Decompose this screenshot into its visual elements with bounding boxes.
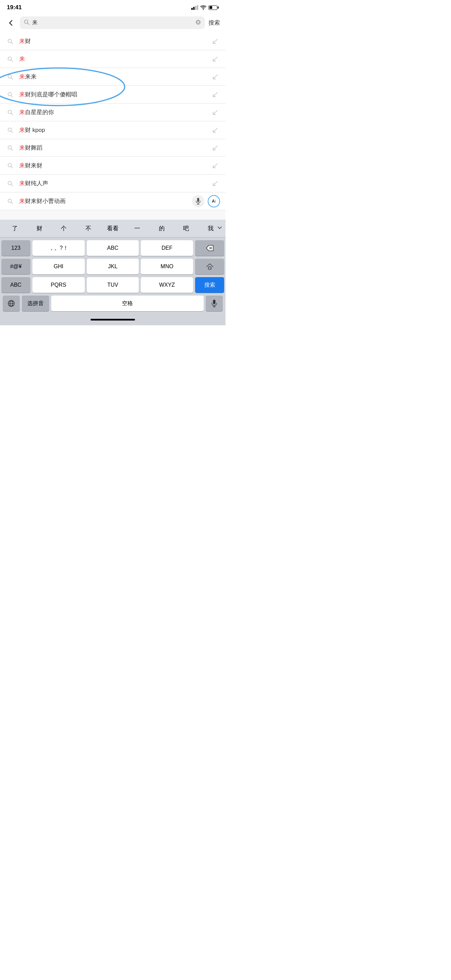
list-item[interactable]: 来财到底是哪个傻帽唱: [0, 86, 226, 103]
backspace-icon: [206, 245, 214, 251]
kbd-suggestion[interactable]: 看看: [100, 222, 125, 235]
search-icon: [5, 72, 15, 82]
search-icon: [5, 90, 15, 99]
key-mno[interactable]: MNO: [141, 259, 193, 274]
key-123[interactable]: 123: [2, 240, 30, 256]
kbd-suggestion[interactable]: 吧: [174, 222, 199, 235]
svg-line-29: [11, 149, 13, 150]
home-bar: [91, 319, 135, 320]
autofill-arrow[interactable]: [210, 108, 220, 117]
key-wxyz[interactable]: WXYZ: [141, 277, 193, 293]
autofill-arrow[interactable]: [210, 90, 220, 99]
suggestion-text: 来来来: [19, 73, 210, 81]
svg-line-14: [213, 57, 217, 61]
key-label: GHI: [54, 264, 63, 270]
key-tuv[interactable]: TUV: [87, 277, 139, 293]
kbd-suggestion[interactable]: 一: [125, 222, 150, 235]
key-label: PQRS: [51, 282, 66, 288]
svg-line-17: [213, 75, 217, 79]
svg-rect-44: [208, 267, 211, 269]
search-header: 来 搜索: [0, 14, 226, 32]
svg-line-30: [213, 146, 217, 150]
autofill-arrow[interactable]: [210, 143, 220, 153]
search-icon: [5, 54, 15, 64]
key-label: MNO: [160, 264, 173, 270]
search-button[interactable]: 搜索: [208, 19, 220, 27]
keyboard-row-3: ABC PQRS TUV WXYZ 搜索: [2, 277, 224, 293]
kbd-suggestion[interactable]: 了: [3, 222, 27, 235]
suggestion-text: 来财舞蹈: [19, 144, 210, 152]
wifi-icon: [200, 5, 206, 10]
list-item[interactable]: 来自星星的你: [0, 103, 226, 121]
key-punctuation[interactable]: ，。?！: [32, 240, 85, 256]
key-space[interactable]: 空格: [51, 296, 203, 311]
list-item[interactable]: 来财来财: [0, 157, 226, 175]
ai-button[interactable]: Ai: [208, 195, 220, 207]
autofill-arrow[interactable]: [210, 179, 220, 188]
home-indicator: [0, 315, 226, 325]
key-ghi[interactable]: GHI: [32, 259, 85, 274]
key-pinyin[interactable]: 选拼音: [22, 296, 49, 311]
key-abc-switch[interactable]: ABC: [2, 277, 30, 293]
svg-line-16: [11, 78, 13, 79]
search-input[interactable]: 来: [32, 19, 193, 26]
key-def[interactable]: DEF: [141, 240, 193, 256]
kbd-suggestion[interactable]: 财: [27, 222, 52, 235]
key-shift[interactable]: [195, 259, 224, 274]
list-item[interactable]: 来来来: [0, 68, 226, 86]
key-label: ABC: [107, 245, 119, 251]
search-icon: [5, 126, 15, 135]
key-delete[interactable]: [195, 240, 224, 256]
svg-rect-1: [194, 7, 195, 10]
autofill-arrow[interactable]: [210, 72, 220, 82]
autofill-arrow[interactable]: [210, 37, 220, 46]
svg-line-32: [11, 166, 13, 168]
autofill-arrow[interactable]: [210, 54, 220, 64]
key-symbols[interactable]: #@¥: [2, 259, 30, 274]
key-search[interactable]: 搜索: [195, 277, 224, 293]
clear-button[interactable]: [195, 19, 201, 26]
list-item[interactable]: 来财 kpop: [0, 121, 226, 139]
svg-line-24: [213, 110, 217, 115]
kbd-suggestion[interactable]: 不: [76, 222, 101, 235]
kbd-suggestion[interactable]: 的: [149, 222, 174, 235]
svg-rect-50: [213, 300, 216, 304]
autofill-arrow[interactable]: [210, 161, 220, 170]
key-label: JKL: [108, 264, 118, 270]
list-item[interactable]: 来: [0, 50, 226, 68]
search-icon: [24, 19, 29, 26]
search-input-wrapper[interactable]: 来: [20, 16, 205, 29]
svg-line-26: [11, 131, 13, 132]
kbd-suggestion[interactable]: 个: [52, 222, 76, 235]
key-jkl[interactable]: JKL: [87, 259, 139, 274]
voice-button[interactable]: [192, 195, 204, 207]
svg-line-33: [213, 164, 217, 168]
keyboard-area: 了 财 个 不 看看 一 的 吧 我 123 ，。?！ ABC DEF: [0, 220, 226, 325]
signal-icon: [191, 5, 198, 10]
svg-line-38: [11, 202, 13, 204]
search-icon: [5, 108, 15, 117]
search-icon: [5, 143, 15, 153]
key-abc[interactable]: ABC: [87, 240, 139, 256]
list-item[interactable]: 来财: [0, 32, 226, 50]
svg-line-5: [28, 23, 29, 25]
suggestion-list: 来财 来 来来来: [0, 32, 226, 210]
key-microphone[interactable]: [206, 296, 223, 311]
list-item[interactable]: 来财纯人声: [0, 175, 226, 192]
suggestion-text: 来: [19, 55, 210, 63]
keyboard-row-2: #@¥ GHI JKL MNO: [2, 259, 224, 274]
key-pqrs[interactable]: PQRS: [32, 277, 85, 293]
list-item[interactable]: 来财舞蹈: [0, 139, 226, 157]
back-button[interactable]: [5, 18, 16, 29]
autofill-arrow[interactable]: [210, 126, 220, 135]
key-label: WXYZ: [159, 282, 175, 288]
status-icons: [191, 5, 219, 10]
keyboard-row-4: 选拼音 空格: [2, 296, 224, 314]
svg-line-35: [11, 184, 13, 186]
keyboard-gap: [0, 210, 226, 220]
search-icon: [5, 196, 15, 206]
key-globe[interactable]: [3, 296, 20, 311]
expand-suggestions-button[interactable]: [217, 224, 223, 232]
list-item[interactable]: 来财来财小曹动画 Ai: [0, 192, 226, 210]
shift-icon: [206, 264, 214, 270]
